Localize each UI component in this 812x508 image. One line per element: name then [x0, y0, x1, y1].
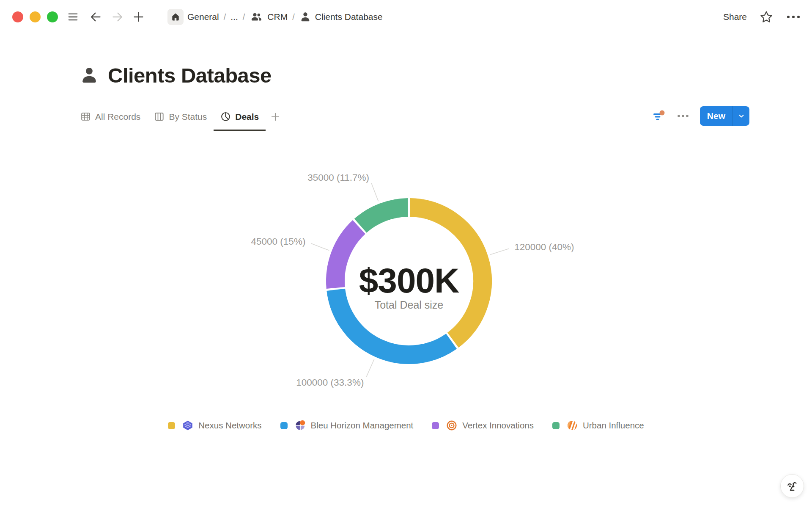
arrow-right-icon: [111, 11, 124, 23]
zoom-window-button[interactable]: [47, 11, 58, 22]
tab-label: By Status: [169, 112, 207, 122]
forward-button[interactable]: [111, 0, 124, 34]
filter-active-badge: [659, 110, 664, 115]
view-tabs-bar: All Records By Status Deals: [74, 102, 749, 131]
tab-by-status[interactable]: By Status: [147, 102, 214, 131]
breadcrumb-separator: /: [292, 12, 295, 22]
page-person-icon: [80, 66, 99, 85]
legend-swatch: [168, 422, 175, 429]
pie-chart-icon: [220, 111, 231, 122]
legend-swatch: [432, 422, 439, 429]
table-icon: [80, 111, 91, 122]
minimize-window-button[interactable]: [30, 11, 41, 22]
slice-value-label: 120000 (40%): [514, 242, 574, 252]
board-icon: [154, 111, 165, 122]
arrow-left-icon: [89, 11, 102, 23]
pie-quadrants-logo-icon: [295, 420, 306, 431]
plus-icon: [270, 111, 281, 122]
legend-item-nexus-networks[interactable]: Nexus Networks: [168, 420, 261, 431]
legend-label: Bleu Horizon Management: [311, 420, 414, 431]
chevron-down-icon: [737, 112, 746, 120]
tab-all-records[interactable]: All Records: [74, 102, 147, 131]
donut-segment-3[interactable]: [360, 207, 408, 226]
slice-leader-line: [490, 248, 509, 254]
chart-center-caption: Total Deal size: [375, 299, 444, 311]
target-logo-icon: [446, 420, 457, 431]
breadcrumb: General / ... / CRM / Clients Database: [167, 0, 383, 34]
more-options-icon[interactable]: [786, 11, 801, 23]
filter-lines-icon: [652, 110, 665, 122]
breadcrumb-item-general[interactable]: General: [167, 9, 219, 25]
tab-deals[interactable]: Deals: [214, 102, 266, 131]
view-options-button[interactable]: [675, 108, 691, 124]
window-controls: [12, 11, 58, 22]
home-icon: [167, 9, 184, 25]
close-window-button[interactable]: [12, 11, 23, 22]
legend-label: Vertex Innovations: [462, 420, 534, 431]
breadcrumb-label: General: [187, 12, 219, 22]
chart-center-total: $300K: [359, 261, 459, 300]
new-record-button[interactable]: New: [700, 106, 749, 126]
striped-circle-logo-icon: [567, 420, 578, 431]
new-tab-button[interactable]: [132, 0, 145, 34]
breadcrumb-item-ellipsis[interactable]: ...: [230, 12, 238, 22]
legend-swatch: [552, 422, 560, 429]
legend-item-urban-influence[interactable]: Urban Influence: [552, 420, 644, 431]
donut-segment-2[interactable]: [335, 227, 359, 288]
legend-item-vertex-innovations[interactable]: Vertex Innovations: [432, 420, 534, 431]
chart-legend: Nexus Networks Bleu Horizon Management V…: [0, 420, 812, 431]
slice-leader-line: [311, 243, 329, 251]
legend-label: Urban Influence: [583, 420, 644, 431]
notion-ai-button[interactable]: [780, 474, 804, 498]
share-button[interactable]: Share: [723, 12, 747, 22]
breadcrumb-item-clients-database[interactable]: Clients Database: [299, 11, 383, 23]
person-icon: [299, 11, 311, 23]
breadcrumb-separator: /: [243, 12, 245, 22]
slice-value-label: 100000 (33.3%): [296, 377, 364, 388]
titlebar: General / ... / CRM / Clients Database S…: [0, 0, 812, 34]
ellipsis-icon: [676, 110, 690, 122]
legend-item-bleu-horizon-management[interactable]: Bleu Horizon Management: [280, 420, 414, 431]
breadcrumb-separator: /: [224, 12, 226, 22]
sidebar-menu-button[interactable]: [66, 0, 80, 34]
legend-swatch: [280, 422, 288, 429]
add-view-button[interactable]: [266, 102, 285, 131]
slice-value-label: 35000 (11.7%): [307, 172, 369, 183]
page-title[interactable]: Clients Database: [108, 64, 272, 87]
tab-label: All Records: [95, 112, 140, 122]
plus-icon: [132, 11, 145, 23]
slice-leader-line: [366, 359, 374, 377]
deals-donut-chart: 120000 (40%)100000 (33.3%)45000 (15%)350…: [0, 140, 812, 419]
notion-ai-face-icon: [786, 480, 798, 492]
back-button[interactable]: [89, 0, 102, 34]
breadcrumb-label: CRM: [267, 12, 288, 22]
favorite-star-icon[interactable]: [760, 10, 773, 24]
filter-sort-button[interactable]: [651, 108, 666, 124]
legend-label: Nexus Networks: [198, 420, 261, 431]
slice-value-label: 45000 (15%): [251, 236, 306, 247]
slice-leader-line: [371, 183, 379, 202]
breadcrumb-label: ...: [230, 12, 238, 22]
tab-label: Deals: [235, 112, 259, 122]
breadcrumb-item-crm[interactable]: CRM: [250, 11, 288, 23]
breadcrumb-label: Clients Database: [315, 12, 383, 22]
new-button-label: New: [700, 111, 732, 121]
layers-cube-logo-icon: [182, 420, 193, 431]
hamburger-icon: [66, 11, 80, 22]
people-icon: [250, 11, 263, 23]
new-record-dropdown-button[interactable]: [732, 106, 749, 126]
